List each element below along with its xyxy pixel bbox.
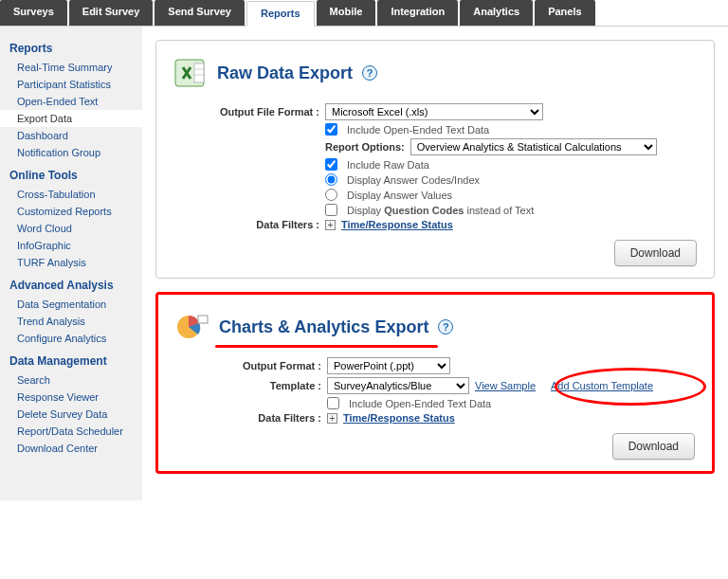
highlight-underline — [215, 345, 438, 348]
tab-surveys[interactable]: Surveys — [0, 0, 67, 26]
chart-icon — [175, 310, 209, 344]
report-options-select[interactable]: Overview Analytics & Statistical Calcula… — [410, 138, 657, 155]
download-button-2[interactable]: Download — [612, 433, 695, 460]
sidebar-item-infographic[interactable]: InfoGraphic — [0, 237, 142, 254]
charts-analytics-export-panel: Charts & Analytics Export ? Output Forma… — [155, 292, 715, 474]
sidebar-group-reports: Reports — [0, 34, 142, 59]
report-options-label: Report Options: — [325, 141, 405, 153]
sidebar-item-export-data[interactable]: Export Data — [0, 110, 142, 127]
display-values-label: Display Answer Values — [347, 190, 452, 201]
download-button[interactable]: Download — [614, 240, 697, 266]
display-codes-radio[interactable] — [325, 173, 337, 186]
content-area: Raw Data Export ? Output File Format : M… — [142, 27, 728, 500]
tab-send-survey[interactable]: Send Survey — [155, 0, 245, 26]
sidebar-item-real-time-summary[interactable]: Real-Time Summary — [0, 59, 142, 76]
tab-edit-survey[interactable]: Edit Survey — [69, 0, 154, 26]
tab-analytics[interactable]: Analytics — [460, 0, 533, 26]
template-select[interactable]: SurveyAnalytics/Blue — [327, 377, 469, 394]
sidebar-item-data-segmentation[interactable]: Data Segmentation — [0, 296, 142, 313]
sidebar-item-configure-analytics[interactable]: Configure Analytics — [0, 330, 142, 347]
sidebar-item-customized-reports[interactable]: Customized Reports — [0, 203, 142, 220]
sidebar-group-advanced-analysis: Advanced Analysis — [0, 271, 142, 296]
excel-icon — [173, 56, 208, 90]
tab-mobile[interactable]: Mobile — [317, 0, 376, 26]
output-format-select[interactable]: PowerPoint (.ppt) — [327, 357, 450, 374]
sidebar-item-download-center[interactable]: Download Center — [0, 440, 142, 457]
display-qcodes-label: Display Question Codes instead of Text — [347, 205, 534, 216]
tab-integration[interactable]: Integration — [377, 0, 458, 26]
help-icon[interactable]: ? — [362, 65, 377, 81]
include-raw-data-label: Include Raw Data — [347, 159, 429, 171]
sidebar-item-turf-analysis[interactable]: TURF Analysis — [0, 254, 142, 271]
output-file-format-label: Output File Format : — [173, 106, 325, 118]
display-qcodes-checkbox[interactable] — [325, 204, 337, 216]
help-icon[interactable]: ? — [438, 319, 453, 335]
time-response-status-link-2[interactable]: Time/Response Status — [343, 412, 455, 424]
add-custom-template-link[interactable]: Add Custom Template — [551, 380, 653, 391]
tab-reports[interactable]: Reports — [246, 1, 315, 27]
sidebar-item-delete-survey-data[interactable]: Delete Survey Data — [0, 406, 142, 423]
data-filters-label: Data Filters : — [173, 219, 325, 230]
tab-panels[interactable]: Panels — [535, 0, 594, 26]
data-filters-label-2: Data Filters : — [175, 412, 327, 424]
sidebar-item-response-viewer[interactable]: Response Viewer — [0, 389, 142, 406]
sidebar-item-search[interactable]: Search — [0, 371, 142, 389]
sidebar-item-trend-analysis[interactable]: Trend Analysis — [0, 313, 142, 330]
sidebar-group-data-management: Data Management — [0, 347, 142, 371]
top-tabs: SurveysEdit SurveySend SurveyReportsMobi… — [0, 0, 728, 27]
sidebar-item-notification-group[interactable]: Notification Group — [0, 144, 142, 161]
sidebar-item-open-ended-text[interactable]: Open-Ended Text — [0, 93, 142, 110]
raw-export-title: Raw Data Export — [217, 63, 353, 83]
sidebar-item-participant-statistics[interactable]: Participant Statistics — [0, 76, 142, 93]
time-response-status-link[interactable]: Time/Response Status — [341, 219, 453, 230]
include-open-ended-checkbox-2[interactable] — [327, 397, 339, 409]
output-file-format-select[interactable]: Microsoft Excel (.xls) — [325, 103, 543, 120]
include-open-ended-checkbox[interactable] — [325, 123, 337, 136]
sidebar-item-dashboard[interactable]: Dashboard — [0, 127, 142, 144]
view-sample-link[interactable]: View Sample — [475, 380, 536, 391]
raw-data-export-panel: Raw Data Export ? Output File Format : M… — [155, 40, 715, 279]
include-open-ended-label: Include Open-Ended Text Data — [347, 124, 489, 136]
expand-icon[interactable]: + — [327, 413, 337, 424]
svg-rect-1 — [194, 63, 204, 82]
sidebar-item-word-cloud[interactable]: Word Cloud — [0, 220, 142, 237]
sidebar-item-cross-tabulation[interactable]: Cross-Tabulation — [0, 186, 142, 203]
sidebar: ReportsReal-Time SummaryParticipant Stat… — [0, 27, 142, 500]
sidebar-item-report-data-scheduler[interactable]: Report/Data Scheduler — [0, 423, 142, 440]
sidebar-group-online-tools: Online Tools — [0, 161, 142, 186]
expand-icon[interactable]: + — [325, 220, 336, 230]
display-codes-label: Display Answer Codes/Index — [347, 174, 480, 186]
output-format-label: Output Format : — [175, 360, 327, 371]
include-raw-data-checkbox[interactable] — [325, 158, 337, 171]
template-label: Template : — [175, 380, 327, 391]
svg-rect-5 — [198, 316, 208, 323]
charts-export-title: Charts & Analytics Export — [219, 317, 428, 337]
display-values-radio[interactable] — [325, 189, 337, 201]
include-open-ended-label-2: Include Open-Ended Text Data — [349, 398, 491, 409]
